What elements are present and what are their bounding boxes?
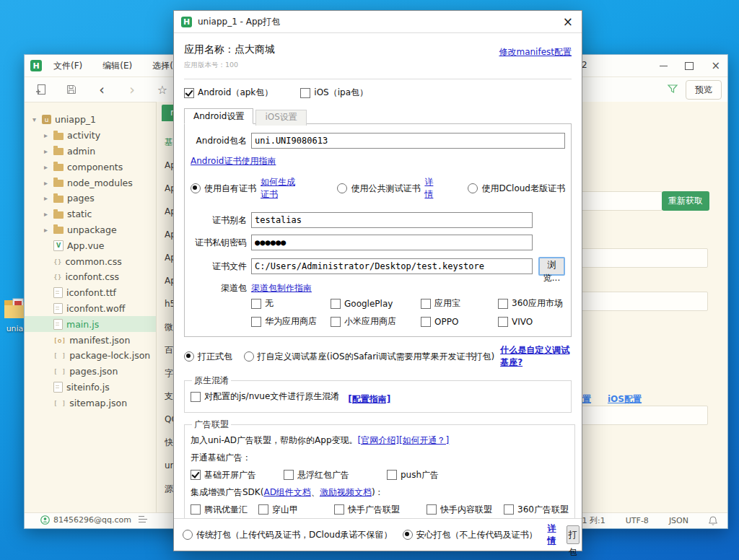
editor-input-2[interactable] bbox=[581, 248, 708, 268]
custom-debug-base-radio[interactable]: 打自定义调试基座(iOS的Safari调试需要用苹果开发证书打包) bbox=[244, 351, 495, 363]
tree-item-static[interactable]: ▸static bbox=[25, 206, 156, 222]
minimize-icon[interactable] bbox=[660, 66, 668, 66]
tree-item-App.vue[interactable]: VApp.vue bbox=[25, 237, 156, 253]
tree-item-label: package-lock.json bbox=[69, 350, 150, 361]
menu-item-1[interactable]: 编辑(E) bbox=[102, 60, 132, 72]
menu-item-0[interactable]: 文件(F) bbox=[53, 60, 82, 72]
tree-item-common.css[interactable]: {}common.css bbox=[25, 253, 156, 269]
ad-howto-link[interactable]: [如何开通？] bbox=[399, 435, 449, 445]
forward-icon[interactable]: › bbox=[126, 83, 139, 96]
tree-item-components[interactable]: ▸components bbox=[25, 159, 156, 175]
public-cert-detail-link[interactable]: 详情 bbox=[424, 176, 438, 201]
official-package-radio[interactable]: 打正式包 bbox=[184, 351, 244, 363]
package-name-input[interactable] bbox=[251, 133, 565, 149]
save-icon[interactable] bbox=[65, 83, 78, 96]
ios-config-link[interactable]: iOS配置 bbox=[608, 393, 642, 406]
ad-sdk-checkbox-穿山甲[interactable]: 穿山甲 bbox=[258, 504, 334, 516]
checkbox-label: 无 bbox=[265, 297, 274, 310]
close-icon[interactable]: × bbox=[711, 61, 720, 71]
ad-sdk-checkbox-快手内容联盟[interactable]: 快手内容联盟 bbox=[427, 504, 504, 516]
ad-sdk-checkbox-360广告联盟[interactable]: 360广告联盟 bbox=[504, 504, 569, 516]
tree-item-iconfont.woff[interactable]: iconfont.woff bbox=[25, 301, 156, 317]
filetype-indicator[interactable]: JSON bbox=[669, 516, 688, 525]
traditional-package-radio[interactable]: 传统打包（上传代码及证书，DCloud承诺不保留） bbox=[183, 529, 393, 541]
reward-video-doc-link[interactable]: 激励视频文档 bbox=[320, 487, 372, 497]
tree-item-uniapp_1[interactable]: ▾uuniapp_1 bbox=[25, 112, 156, 128]
public-cert-radio[interactable]: 使用公共测试证书 bbox=[337, 183, 420, 195]
ad-basic-checkbox-悬浮红包广告[interactable]: 悬浮红包广告 bbox=[284, 469, 387, 481]
ios-platform-checkbox[interactable]: iOS（ipa包） bbox=[300, 87, 368, 99]
channel-checkbox-VIVO[interactable]: VIVO bbox=[498, 315, 565, 328]
cert-password-input[interactable] bbox=[251, 235, 533, 250]
funnel-icon[interactable] bbox=[667, 83, 678, 97]
folder-icon bbox=[53, 196, 64, 203]
ad-sdk-checkbox-腾讯优量汇[interactable]: 腾讯优量汇 bbox=[191, 504, 258, 516]
channel-checkbox-应用宝[interactable]: 应用宝 bbox=[421, 297, 498, 310]
tree-item-iconfont.ttf[interactable]: iconfont.ttf bbox=[25, 285, 156, 301]
ad-basic-checkbox-push广告[interactable]: push广告 bbox=[387, 469, 439, 481]
back-icon[interactable]: ‹ bbox=[95, 83, 108, 96]
how-generate-cert-link[interactable]: 如何生成证书 bbox=[261, 176, 301, 201]
account-area[interactable]: 81456296@qq.com bbox=[40, 515, 131, 525]
chevron-right-icon[interactable]: ▸ bbox=[42, 226, 50, 234]
tree-item-unpackage[interactable]: ▸unpackage bbox=[25, 222, 156, 238]
close-icon[interactable]: × bbox=[563, 14, 573, 29]
cert-file-input[interactable] bbox=[251, 258, 533, 274]
tree-item-package-lock.json[interactable]: [ ]package-lock.json bbox=[25, 348, 156, 364]
channel-checkbox-GooglePlay[interactable]: GooglePlay bbox=[331, 297, 421, 310]
chevron-right-icon[interactable]: ▸ bbox=[42, 210, 50, 218]
channel-checkbox-OPPO[interactable]: OPPO bbox=[421, 315, 498, 328]
safe-package-detail-link[interactable]: 详情 bbox=[548, 522, 556, 547]
tree-item-iconfont.css[interactable]: {}iconfont.css bbox=[25, 269, 156, 285]
list-icon[interactable] bbox=[139, 515, 147, 525]
new-file-icon[interactable] bbox=[35, 83, 48, 96]
ad-site-link[interactable]: [官网介绍] bbox=[358, 435, 399, 445]
ad-sdk-checkbox-快手广告联盟[interactable]: 快手广告联盟 bbox=[334, 504, 427, 516]
editor-input-4[interactable] bbox=[581, 406, 708, 425]
chevron-right-icon[interactable]: ▸ bbox=[42, 131, 50, 139]
maximize-icon[interactable] bbox=[685, 62, 694, 70]
tab-ios-settings[interactable]: iOS设置 bbox=[255, 110, 306, 126]
tree-item-manifest.json[interactable]: [o]manifest.json bbox=[25, 332, 156, 348]
tree-item-label: manifest.json bbox=[69, 335, 130, 346]
channel-checkbox-360应用市场[interactable]: 360应用市场 bbox=[498, 297, 565, 310]
tree-item-main.js[interactable]: main.js bbox=[25, 316, 156, 332]
package-button[interactable]: 打包(P) bbox=[567, 525, 580, 544]
tab-android-settings[interactable]: Android设置 bbox=[184, 108, 253, 124]
channel-checkbox-无[interactable]: 无 bbox=[251, 297, 331, 310]
android-platform-checkbox[interactable]: Android（apk包） bbox=[184, 87, 273, 99]
star-icon[interactable]: ☆ bbox=[156, 83, 169, 96]
tree-item-activity[interactable]: ▸activity bbox=[25, 128, 156, 144]
chevron-right-icon[interactable]: ▸ bbox=[42, 194, 50, 202]
tree-item-admin[interactable]: ▸admin bbox=[25, 144, 156, 159]
encoding-indicator[interactable]: UTF-8 bbox=[626, 516, 649, 525]
channel-checkbox-小米应用商店[interactable]: 小米应用商店 bbox=[331, 315, 421, 328]
ad-basic-checkbox-基础开屏广告[interactable]: 基础开屏广告 bbox=[191, 469, 284, 481]
own-cert-radio[interactable]: 使用自有证书 bbox=[191, 183, 256, 195]
modify-manifest-link[interactable]: 修改manifest配置 bbox=[499, 46, 572, 70]
bell-icon[interactable] bbox=[709, 516, 717, 525]
safe-package-radio[interactable]: 安心打包（不上传代码及证书） bbox=[403, 529, 538, 541]
tree-item-node_modules[interactable]: ▸node_modules bbox=[25, 175, 156, 191]
obfuscation-checkbox[interactable]: 对配置的js/nvue文件进行原生混淆 bbox=[191, 390, 339, 403]
dcloud-cert-radio[interactable]: 使用DCloud老版证书 bbox=[468, 183, 565, 195]
preview-button[interactable]: 预览 bbox=[686, 80, 722, 100]
channel-checkbox-华为应用商店[interactable]: 华为应用商店 bbox=[251, 315, 331, 328]
tree-item-siteinfo.js[interactable]: siteinfo.js bbox=[25, 380, 156, 395]
channel-guide-link[interactable]: 渠道包制作指南 bbox=[251, 282, 312, 294]
tree-item-sitemap.json[interactable]: [ ]sitemap.json bbox=[25, 395, 156, 411]
editor-input-3[interactable] bbox=[581, 292, 708, 311]
tree-item-pages.json[interactable]: [ ]pages.json bbox=[25, 364, 156, 380]
chevron-down-icon[interactable]: ▾ bbox=[30, 115, 38, 123]
browse-button[interactable]: 浏览... bbox=[538, 257, 565, 276]
what-is-custom-base-link[interactable]: 什么是自定义调试基座? bbox=[500, 344, 572, 369]
ad-component-doc-link[interactable]: AD组件文档 bbox=[263, 487, 310, 497]
cert-guide-link[interactable]: Android证书使用指南 bbox=[191, 156, 276, 166]
chevron-right-icon[interactable]: ▸ bbox=[42, 163, 50, 171]
cert-alias-input[interactable] bbox=[251, 212, 533, 228]
refetch-button[interactable]: 重新获取 bbox=[662, 191, 709, 211]
chevron-right-icon[interactable]: ▸ bbox=[42, 147, 50, 155]
tree-item-pages[interactable]: ▸pages bbox=[25, 191, 156, 206]
obfuscation-guide-link[interactable]: [配置指南] bbox=[348, 394, 390, 404]
chevron-right-icon[interactable]: ▸ bbox=[42, 179, 50, 187]
